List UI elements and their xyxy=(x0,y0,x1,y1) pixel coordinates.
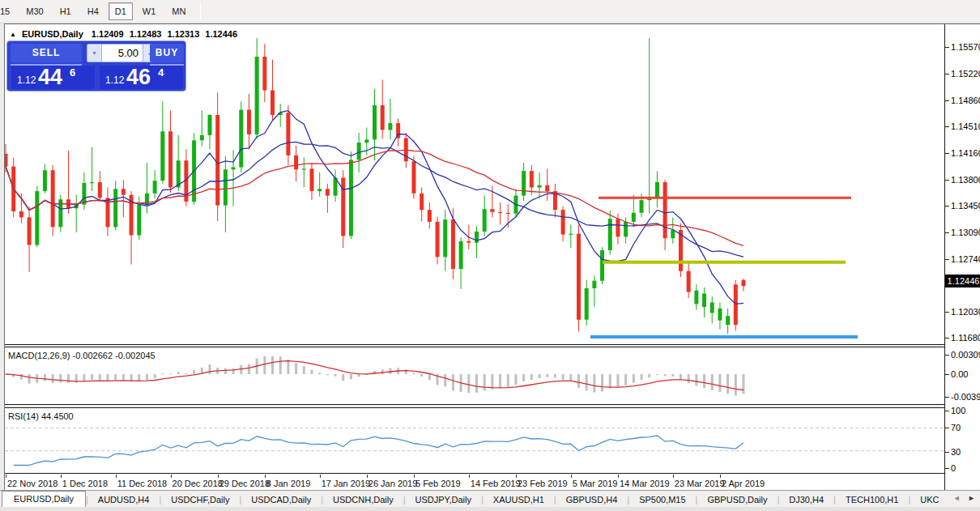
date-tick xyxy=(414,475,415,478)
axis-tick xyxy=(945,74,949,75)
rsi-axis-label: 30 xyxy=(951,447,961,457)
axis-tick xyxy=(945,411,949,411)
date-tick xyxy=(218,475,219,478)
date-label: 26 Jan 2019 xyxy=(369,479,418,488)
chart-tab-sp500-m15[interactable]: SP500,M15 xyxy=(629,492,695,507)
chart-close-value: 1.12446 xyxy=(205,29,237,39)
date-axis: 22 Nov 20181 Dec 201811 Dec 201820 Dec 2… xyxy=(5,475,944,490)
buy-price-sup: 4 xyxy=(158,66,164,79)
buy-price-big: 46 xyxy=(126,65,151,90)
chart-tab-usdcnh-daily[interactable]: USDCNH,Daily xyxy=(323,492,403,507)
axis-tick xyxy=(945,180,949,181)
chart-tab-ukc[interactable]: UKC xyxy=(910,492,948,507)
chart-window: ▲ EURUSD,Daily 1.12409 1.12483 1.12313 1… xyxy=(4,23,980,490)
date-tick xyxy=(6,475,6,478)
volume-decrease-button[interactable]: ▼ xyxy=(87,44,102,62)
axis-tick xyxy=(945,47,949,48)
axis-tick xyxy=(945,100,949,101)
date-tick xyxy=(469,475,470,478)
sell-price-display[interactable]: 1.12 44 6 xyxy=(11,66,95,89)
collapse-trade-panel-icon[interactable]: ▲ xyxy=(10,31,16,38)
rsi-panel[interactable]: RSI(14) 44.4500 xyxy=(5,408,944,474)
chart-tab-xauusd-h1[interactable]: XAUUSD,H1 xyxy=(484,492,554,507)
chart-tab-gbpusd-daily[interactable]: GBPUSD,Daily xyxy=(697,492,777,507)
date-label: 23 Mar 2019 xyxy=(675,479,725,488)
date-tick xyxy=(571,475,572,478)
buy-button[interactable]: BUY xyxy=(150,44,184,62)
volume-input[interactable]: 5.00 xyxy=(102,44,143,62)
axis-tick xyxy=(945,312,949,313)
axis-tick xyxy=(945,428,949,428)
macd-panel[interactable]: MACD(12,26,9) -0.002662 -0.002045 xyxy=(5,347,944,404)
axis-tick xyxy=(945,259,949,260)
rsi-chart[interactable] xyxy=(5,408,944,474)
chart-open-value: 1.12409 xyxy=(92,29,124,39)
chart-tab-usdjpy-daily[interactable]: USDJPY,Daily xyxy=(406,492,482,507)
date-tick xyxy=(367,475,368,478)
sell-price-prefix: 1.12 xyxy=(17,75,36,86)
chart-tab-usdchf-daily[interactable]: USDCHF,Daily xyxy=(161,492,239,507)
chart-tab-eurusd-daily[interactable]: EURUSD,Daily xyxy=(2,491,86,507)
price-axis-label: 1.13090 xyxy=(951,228,980,237)
date-tick xyxy=(618,475,619,478)
timeframe-button-h4[interactable]: H4 xyxy=(81,2,105,20)
macd-axis-label: -0.003947 xyxy=(951,392,980,402)
price-axis-label: 1.14160 xyxy=(951,148,980,158)
chart-tab-gbpusd-h4[interactable]: GBPUSD,H4 xyxy=(556,492,628,507)
price-axis-label: 1.13800 xyxy=(951,175,980,185)
axis-tick xyxy=(945,126,949,127)
sell-button[interactable]: SELL xyxy=(11,44,82,62)
rsi-label: RSI(14) 44.4500 xyxy=(8,411,74,421)
axis-tick xyxy=(945,153,949,154)
axis-tick xyxy=(945,397,949,398)
price-axis: 1.155701.152201.148601.145101.141601.138… xyxy=(944,24,980,490)
date-label: 8 Jan 2019 xyxy=(266,479,310,488)
date-label: 17 Jan 2019 xyxy=(322,479,371,488)
timeframe-button-mn[interactable]: MN xyxy=(165,2,192,20)
chart-tab-tech100-h1[interactable]: TECH100,H1 xyxy=(836,492,908,507)
timeframe-button-m30[interactable]: M30 xyxy=(19,2,49,20)
window-bottom-edge xyxy=(0,507,980,511)
price-axis-label: 1.12030 xyxy=(951,307,980,317)
price-axis-label: 1.11680 xyxy=(951,333,980,343)
macd-label: MACD(12,26,9) -0.002662 -0.002045 xyxy=(8,351,156,360)
chart-tab-dj30-h4[interactable]: DJ30,H4 xyxy=(779,492,833,507)
date-label: 20 Dec 2018 xyxy=(173,479,223,488)
chart-high-value: 1.12483 xyxy=(130,29,162,39)
axis-tick xyxy=(945,468,949,469)
price-axis-label: 1.13450 xyxy=(951,201,980,211)
date-tick xyxy=(171,475,172,478)
axis-tick xyxy=(945,338,949,339)
axis-tick xyxy=(945,374,949,375)
date-label: 2 Apr 2019 xyxy=(722,479,765,488)
chart-tab-usdcad-daily[interactable]: USDCAD,Daily xyxy=(241,492,321,507)
date-tick xyxy=(116,475,117,478)
tabs-scroll-left-icon[interactable]: ◄ xyxy=(953,494,961,502)
timeframe-button-h1[interactable]: H1 xyxy=(53,2,78,20)
chart-symbol-label: EURUSD,Daily xyxy=(22,29,83,39)
date-label: 5 Feb 2019 xyxy=(415,479,461,488)
date-tick xyxy=(516,475,517,478)
timeframe-button-15[interactable]: 15 xyxy=(0,2,16,20)
date-tick xyxy=(673,475,674,478)
date-label: 14 Mar 2019 xyxy=(620,479,670,488)
date-tick xyxy=(265,475,266,478)
timeframe-button-d1[interactable]: D1 xyxy=(109,2,133,20)
one-click-trading-panel: SELL ▼ 5.00 ▲ BUY 1.12 44 6 1.12 46 4 xyxy=(6,40,186,92)
sell-price-sup: 6 xyxy=(70,66,75,79)
tabs-scroll-right-icon[interactable]: ► xyxy=(968,494,975,502)
chart-tab-bar: EURUSD,Daily|AUDUSD,H4|USDCHF,Daily|USDC… xyxy=(0,490,980,507)
timeframe-button-w1[interactable]: W1 xyxy=(136,2,163,20)
axis-tick xyxy=(945,232,949,233)
axis-tick xyxy=(945,355,949,356)
rsi-axis-label: 100 xyxy=(951,406,965,415)
chart-tab-audusd-h4[interactable]: AUDUSD,H4 xyxy=(88,492,160,507)
date-label: 14 Feb 2019 xyxy=(471,479,521,488)
price-axis-label: 1.14860 xyxy=(951,96,980,105)
current-price-tag: 1.12446 xyxy=(945,275,980,287)
date-label: 1 Dec 2018 xyxy=(62,479,108,488)
rsi-axis-label: 0 xyxy=(951,463,956,473)
macd-axis-label: 0.00 xyxy=(951,369,968,379)
buy-price-display[interactable]: 1.12 46 4 xyxy=(100,66,183,89)
axis-tick xyxy=(945,452,949,453)
